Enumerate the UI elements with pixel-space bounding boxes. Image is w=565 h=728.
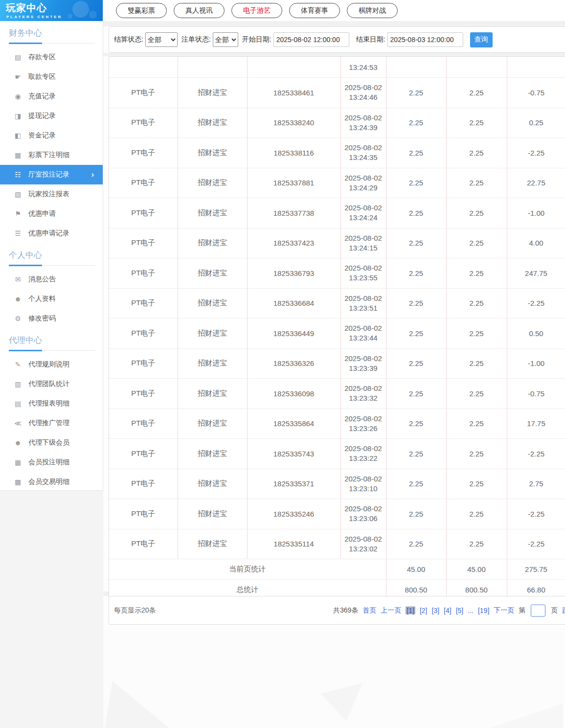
bet-table-body: 13:24:53PT电子招财进宝18253384612025-08-0213:2…	[109, 57, 565, 600]
section-underline	[9, 265, 95, 266]
sidebar-item-agent-team-stats[interactable]: ▥代理团队统计	[0, 374, 103, 394]
bet-amount-cell: 2.25	[386, 348, 446, 379]
table-row: PT电子招财进宝18253357432025-08-0213:23:222.25…	[109, 439, 565, 469]
section-title: 代理中心	[9, 335, 103, 346]
sidebar-item-withdrawal-records[interactable]: ◨提现记录	[0, 106, 103, 126]
bet-clock: 13:23:22	[341, 454, 386, 463]
sidebar-item-promo-apply-records[interactable]: ☰优惠申请记录	[0, 224, 103, 243]
sidebar-item-change-password[interactable]: ⚙修改密码	[0, 309, 103, 328]
tab-e-games[interactable]: 电子游艺	[231, 3, 282, 18]
section-underline	[9, 350, 95, 351]
tab-board-games[interactable]: 棋牌对战	[347, 3, 398, 18]
sidebar-item-agent-promotion[interactable]: ≪代理推广管理	[0, 413, 103, 433]
table-row: PT电子招财进宝18253363262025-08-0213:23:392.25…	[109, 348, 565, 379]
separator-strip	[103, 21, 565, 26]
sidebar-item-agent-report-details[interactable]: ▤代理报表明细	[0, 394, 103, 413]
sidebar-item-funds-records[interactable]: ◧资金记录	[0, 126, 103, 145]
sidebar-item-lottery-bet-details[interactable]: ▦彩票下注明细	[0, 145, 103, 165]
sidebar-item-recharge-records[interactable]: ◉充值记录	[0, 87, 103, 106]
next-page-link[interactable]: 下一页	[494, 606, 514, 615]
bet-amount-cell: 2.25	[386, 198, 446, 228]
order-no-cell: 1825336098	[247, 379, 340, 409]
bet-date: 2025-08-02	[341, 83, 386, 92]
bet-time-cell: 2025-08-0213:23:44	[340, 318, 386, 349]
gamepad-decoration-icon	[68, 14, 72, 19]
game-cell: 招财进宝	[178, 108, 247, 138]
bet-clock: 13:23:51	[341, 303, 386, 313]
tab-lottery[interactable]: 雙赢彩票	[116, 3, 167, 18]
sidebar-item-member-bet-details[interactable]: ▦会员投注明细	[0, 453, 103, 472]
triangle-decoration	[320, 683, 362, 721]
sidebar-item-withdraw[interactable]: ☛取款专区	[0, 67, 103, 87]
game-cell: 招财进宝	[178, 78, 247, 108]
valid-bet-cell: 2.25	[446, 439, 507, 469]
sidebar-item-player-bet-report[interactable]: ▧玩家投注报表	[0, 184, 103, 204]
first-page-link[interactable]: 首页	[362, 606, 376, 615]
page-link-5[interactable]: [5]	[456, 607, 464, 614]
jump-page-input[interactable]	[531, 604, 545, 616]
order-no-cell: 1825338240	[247, 108, 340, 138]
funds-record-icon: ◧	[14, 132, 22, 139]
bet-time-cell: 2025-08-0213:24:46	[340, 78, 386, 108]
table-row-partial: 13:24:53	[109, 57, 565, 78]
order-no-cell: 1825336449	[247, 318, 340, 349]
sidebar-item-hall-bet-records[interactable]: ☷厅室投注记录›	[0, 165, 103, 184]
platform-cell: PT电子	[109, 228, 178, 258]
sidebar-item-agent-rules[interactable]: ✎代理规则说明	[0, 355, 103, 374]
page-link-19[interactable]: [19]	[478, 607, 489, 614]
page-link-2[interactable]: [2]	[420, 607, 428, 614]
bet-clock: 13:23:32	[341, 393, 386, 403]
section-title: 个人中心	[9, 250, 103, 261]
order-no-cell: 1825335114	[247, 529, 340, 559]
bet-records-table: 13:24:53PT电子招财进宝18253384612025-08-0213:2…	[109, 56, 565, 601]
page-ellipsis: ...	[468, 607, 474, 614]
sidebar-item-member-transaction-details[interactable]: ▩会员交易明细	[0, 472, 103, 491]
start-date-input[interactable]	[273, 32, 349, 47]
jump-suffix-label: 页	[551, 606, 558, 615]
game-cell: 招财进宝	[178, 499, 247, 529]
pagination-bar: 每页显示20条 共369条 首页 上一页 [1][2][3][4][5]...[…	[109, 596, 565, 625]
tab-sports[interactable]: 体育赛事	[289, 3, 340, 18]
game-cell: 招财进宝	[178, 379, 247, 409]
sidebar-panel: 玩家中心 PLAYERS CENTER 财务中心▤存款专区☛取款专区◉充值记录◨…	[0, 0, 103, 491]
end-date-input[interactable]	[387, 32, 463, 47]
bet-date: 2025-08-02	[341, 294, 386, 303]
sidebar-item-agent-sub-members[interactable]: ☻代理下级会员	[0, 433, 103, 453]
order-no-cell: 1825337738	[247, 198, 340, 228]
page-link-1[interactable]: [1]	[406, 607, 415, 614]
bet-time-cell: 2025-08-0213:23:51	[340, 288, 386, 318]
win-loss-cell: 2.75	[507, 469, 565, 499]
sidebar-item-profile[interactable]: ☻个人资料	[0, 289, 103, 309]
page-links: [1][2][3][4][5]...[19]	[406, 607, 489, 614]
sidebar-item-announcements[interactable]: ✉消息公告	[0, 270, 103, 289]
win-loss-cell: -2.25	[507, 499, 565, 529]
search-button[interactable]: 查询	[470, 32, 493, 47]
member-bets-icon: ▦	[14, 458, 22, 466]
sidebar-item-promo-apply[interactable]: ⚑优惠申请	[0, 204, 103, 224]
bet-amount-cell: 2.25	[386, 78, 446, 108]
bet-amount-cell: 2.25	[386, 288, 446, 318]
settle-status-select[interactable]: 全部	[145, 32, 178, 47]
valid-bet-cell: 2.25	[446, 469, 507, 499]
bet-date: 2025-08-02	[341, 534, 386, 544]
table-row: PT电子招财进宝18253382402025-08-0213:24:392.25…	[109, 108, 565, 138]
page-link-3[interactable]: [3]	[432, 607, 440, 614]
order-status-select[interactable]: 全部	[213, 32, 238, 47]
tab-live-video[interactable]: 真人视讯	[174, 3, 225, 18]
win-loss-cell: 247.75	[507, 258, 565, 289]
sidebar-item-deposit[interactable]: ▤存款专区	[0, 47, 103, 67]
app-logo: 玩家中心 PLAYERS CENTER	[0, 0, 103, 21]
bet-time-cell: 2025-08-0213:23:06	[340, 499, 386, 529]
jump-button[interactable]: 跳转	[562, 606, 565, 615]
platform-cell: PT电子	[109, 499, 178, 529]
page-link-4[interactable]: [4]	[444, 607, 452, 614]
agent-report-icon: ▤	[14, 400, 22, 408]
cell	[178, 57, 247, 78]
valid-bet-cell: 2.25	[446, 409, 507, 439]
valid-bet-cell: 2.25	[446, 108, 507, 138]
gamepad-decoration-icon	[89, 11, 97, 19]
platform-cell: PT电子	[109, 108, 178, 138]
prev-page-link[interactable]: 上一页	[381, 606, 401, 615]
win-loss-cell: 4.00	[507, 228, 565, 258]
bet-amount-cell: 2.25	[386, 409, 446, 439]
